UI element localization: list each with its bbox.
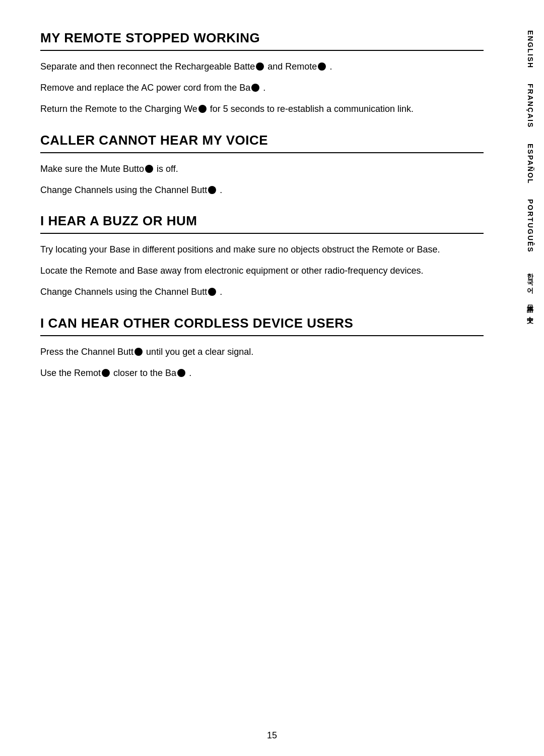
p5: Change Channels using the Channel Butt . — [40, 183, 484, 198]
section-caller-voice: CALLER CANNOT HEAR MY VOICEMake sure the… — [40, 133, 484, 198]
p9: Press the Channel Butt until you get a c… — [40, 345, 484, 359]
p3: Return the Remote to the Charging We for… — [40, 102, 484, 116]
inline-dot-icon — [256, 62, 264, 71]
inline-dot-icon — [134, 348, 143, 356]
p1: Separate and then reconnect the Recharge… — [40, 60, 484, 74]
p4: Make sure the Mute Butto is off. — [40, 162, 484, 176]
section-cordless-users: I CAN HEAR OTHER CORDLESS DEVICE USERSPr… — [40, 316, 484, 381]
section-remote-stopped-title: MY REMOTE STOPPED WORKING — [40, 30, 484, 51]
section-cordless-users-body: Press the Channel Butt until you get a c… — [40, 345, 484, 381]
p6: Try locating your Base in different posi… — [40, 243, 484, 257]
inline-dot-icon — [102, 369, 110, 377]
section-buzz-hum-body: Try locating your Base in different posi… — [40, 243, 484, 299]
section-buzz-hum: I HEAR A BUZZ OR HUMTry locating your Ba… — [40, 213, 484, 299]
inline-dot-icon — [251, 84, 259, 92]
p2: Remove and replace the AC power cord fro… — [40, 81, 484, 95]
section-caller-voice-title: CALLER CANNOT HEAR MY VOICE — [40, 133, 484, 153]
inline-dot-icon — [198, 105, 207, 113]
inline-dot-icon — [177, 369, 185, 377]
lang-espanol: ESPAÑOL — [526, 144, 534, 184]
inline-dot-icon — [208, 186, 216, 194]
lang-japanese: 日本語 — [526, 299, 535, 301]
section-caller-voice-body: Make sure the Mute Butto is off.Change C… — [40, 162, 484, 198]
page-number: 15 — [267, 730, 277, 741]
lang-portugues: PORTUGUÊS — [526, 199, 534, 253]
inline-dot-icon — [145, 165, 153, 173]
p8: Change Channels using the Channel Butt . — [40, 285, 484, 299]
p10: Use the Remot closer to the Ba . — [40, 366, 484, 381]
language-sidebar: ENGLISH FRANÇAIS ESPAÑOL PORTUGUÊS 한국어 日… — [516, 0, 544, 756]
p7: Locate the Remote and Base away from ele… — [40, 264, 484, 278]
lang-korean: 한국어 — [526, 268, 535, 289]
lang-francais: FRANÇAIS — [526, 84, 534, 128]
section-remote-stopped-body: Separate and then reconnect the Recharge… — [40, 60, 484, 116]
section-buzz-hum-title: I HEAR A BUZZ OR HUM — [40, 213, 484, 234]
inline-dot-icon — [318, 62, 326, 71]
section-cordless-users-title: I CAN HEAR OTHER CORDLESS DEVICE USERS — [40, 316, 484, 336]
section-remote-stopped: MY REMOTE STOPPED WORKINGSeparate and th… — [40, 30, 484, 116]
main-content: MY REMOTE STOPPED WORKINGSeparate and th… — [40, 30, 484, 726]
lang-chinese: 中文 — [526, 311, 535, 312]
lang-english: ENGLISH — [526, 30, 534, 69]
inline-dot-icon — [208, 288, 216, 296]
